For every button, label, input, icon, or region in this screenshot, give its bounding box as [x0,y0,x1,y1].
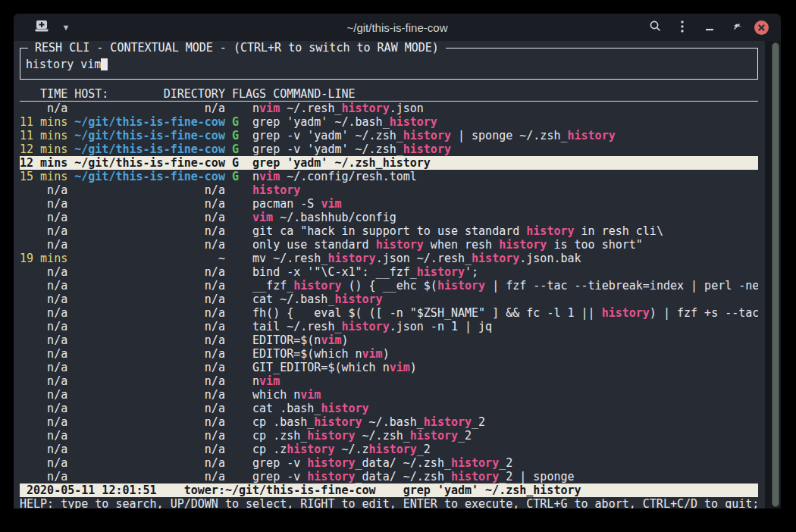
history-row[interactable]: 12 mins ~/git/this-is-fine-cow G grep -v… [20,142,758,156]
history-row[interactable]: n/a n/a grep -v history_data/ ~/.zsh_his… [20,456,758,470]
history-row[interactable]: n/a n/a __fzf_history () { __ehc $(histo… [20,279,758,293]
menu-button[interactable] [672,17,692,37]
restore-icon [732,22,741,33]
new-tab-button[interactable] [32,17,52,37]
text-cursor [101,58,108,70]
history-rows: n/a n/a nvim ~/.resh_history.json11 mins… [20,102,758,483]
kebab-menu-icon [681,20,684,35]
history-row[interactable]: n/a n/a tail ~/.resh_history.json -n 1 |… [20,320,758,333]
resh-mode-label: RESH CLI - CONTEXTUAL MODE - (CTRL+R to … [28,41,446,55]
history-row[interactable]: n/a n/a only use standard history when r… [20,238,758,252]
history-row[interactable]: n/a n/a EDITOR=$(which nvim) [20,347,758,361]
terminal-window: ▼ ~/git/this-is-fine-cow [14,14,781,509]
history-row[interactable]: n/a n/a bind -x '"\C-x1": __fzf_history'… [20,265,758,279]
history-row[interactable]: 19 mins ~ mv ~/.resh_history.json ~/.res… [20,252,758,265]
restore-button[interactable] [727,17,747,37]
history-row[interactable]: n/a n/a history [20,183,758,197]
search-icon [649,20,662,35]
help-line: HELP: type to search, UP/DOWN to select,… [20,497,758,509]
chevron-down-icon: ▼ [62,23,71,32]
new-tab-icon [35,20,49,35]
history-row[interactable]: n/a n/a git ca "hack in support to use s… [20,224,758,238]
history-row[interactable]: n/a n/a vim ~/.bashhub/config [20,211,758,224]
history-row[interactable]: n/a n/a cat ~/.bash_history [20,293,758,306]
history-row-selected[interactable]: 12 mins ~/git/this-is-fine-cow G grep 'y… [20,156,758,170]
scrollbar[interactable] [765,41,781,509]
terminal-content: RESH CLI - CONTEXTUAL MODE - (CTRL+R to … [14,41,781,509]
tab-dropdown-button[interactable]: ▼ [60,17,72,37]
history-row[interactable]: n/a n/a nvim [20,374,758,388]
titlebar: ▼ ~/git/this-is-fine-cow [14,14,781,41]
scrollbar-thumb[interactable] [772,42,779,507]
resh-search-box[interactable]: RESH CLI - CONTEXTUAL MODE - (CTRL+R to … [20,48,758,80]
close-button[interactable] [754,20,769,35]
history-row[interactable]: 11 mins ~/git/this-is-fine-cow G grep -v… [20,129,758,142]
history-row[interactable]: n/a n/a GIT_EDITOR=$(which nvim) [20,361,758,374]
history-row[interactable]: n/a n/a fh() { eval $( ([ -n "$ZSH_NAME"… [20,306,758,320]
history-row[interactable]: n/a n/a cp .zhistory ~/.zhistory_2 [20,443,758,456]
history-row[interactable]: n/a n/a cat .bash_history [20,402,758,415]
minimize-icon [706,22,713,33]
history-row[interactable]: n/a n/a nvim ~/.resh_history.json [20,102,758,115]
history-row[interactable]: n/a n/a grep -v history_data/ ~/.zsh_his… [20,470,758,483]
search-button[interactable] [645,17,665,37]
screen: ▼ ~/git/this-is-fine-cow [0,0,796,532]
table-header: TIME HOST: DIRECTORY FLAGS COMMAND-LINE [20,87,758,102]
history-row[interactable]: n/a n/a cp .bash_history ~/.bash_history… [20,415,758,429]
history-row[interactable]: n/a n/a EDITOR=$(nvim) [20,333,758,347]
selected-command-preview-bar: 2020-05-11 12:01:51 tower:~/git/this-is-… [20,483,758,497]
close-icon [758,24,765,31]
history-row[interactable]: 11 mins ~/git/this-is-fine-cow G grep 'y… [20,115,758,129]
history-row[interactable]: n/a n/a pacman -S vim [20,197,758,211]
history-row[interactable]: n/a n/a which nvim [20,388,758,402]
history-row[interactable]: n/a n/a cp .zsh_history ~/.zsh_history_2 [20,429,758,443]
minimize-button[interactable] [700,17,719,37]
history-row[interactable]: 15 mins ~/git/this-is-fine-cow G nvim ~/… [20,170,758,183]
